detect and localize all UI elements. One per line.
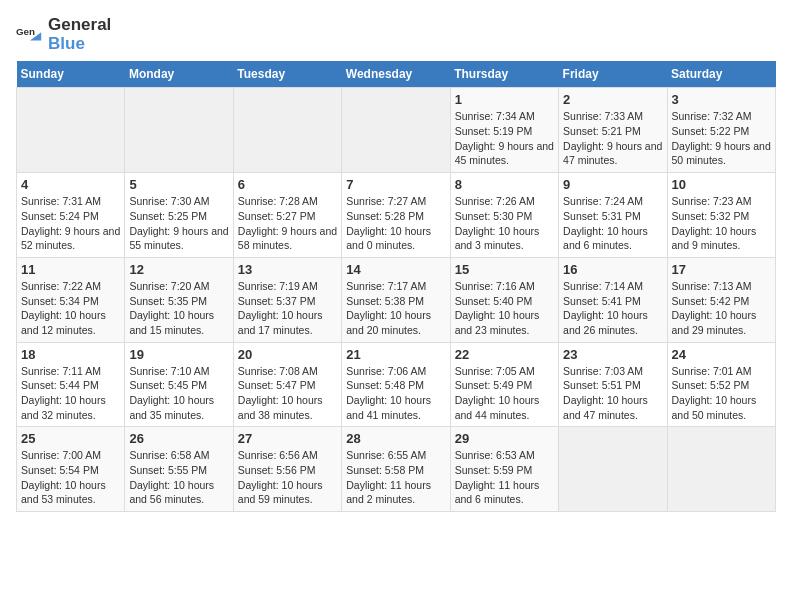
day-cell: 26Sunrise: 6:58 AMSunset: 5:55 PMDayligh… <box>125 427 233 512</box>
header-cell-thursday: Thursday <box>450 61 558 88</box>
day-number: 2 <box>563 92 662 107</box>
day-number: 12 <box>129 262 228 277</box>
svg-text:Gen: Gen <box>16 26 35 37</box>
day-content: Sunrise: 7:14 AMSunset: 5:41 PMDaylight:… <box>563 279 662 338</box>
day-cell: 1Sunrise: 7:34 AMSunset: 5:19 PMDaylight… <box>450 88 558 173</box>
day-number: 26 <box>129 431 228 446</box>
day-content: Sunrise: 7:13 AMSunset: 5:42 PMDaylight:… <box>672 279 771 338</box>
day-content: Sunrise: 7:23 AMSunset: 5:32 PMDaylight:… <box>672 194 771 253</box>
day-content: Sunrise: 7:19 AMSunset: 5:37 PMDaylight:… <box>238 279 337 338</box>
header-cell-tuesday: Tuesday <box>233 61 341 88</box>
day-cell: 8Sunrise: 7:26 AMSunset: 5:30 PMDaylight… <box>450 173 558 258</box>
day-content: Sunrise: 7:11 AMSunset: 5:44 PMDaylight:… <box>21 364 120 423</box>
day-content: Sunrise: 6:55 AMSunset: 5:58 PMDaylight:… <box>346 448 445 507</box>
header-cell-friday: Friday <box>559 61 667 88</box>
day-cell: 2Sunrise: 7:33 AMSunset: 5:21 PMDaylight… <box>559 88 667 173</box>
day-cell: 6Sunrise: 7:28 AMSunset: 5:27 PMDaylight… <box>233 173 341 258</box>
day-cell: 17Sunrise: 7:13 AMSunset: 5:42 PMDayligh… <box>667 257 775 342</box>
day-cell: 28Sunrise: 6:55 AMSunset: 5:58 PMDayligh… <box>342 427 450 512</box>
day-content: Sunrise: 7:10 AMSunset: 5:45 PMDaylight:… <box>129 364 228 423</box>
day-number: 6 <box>238 177 337 192</box>
day-number: 21 <box>346 347 445 362</box>
day-cell: 23Sunrise: 7:03 AMSunset: 5:51 PMDayligh… <box>559 342 667 427</box>
header-cell-saturday: Saturday <box>667 61 775 88</box>
day-content: Sunrise: 7:31 AMSunset: 5:24 PMDaylight:… <box>21 194 120 253</box>
day-content: Sunrise: 7:26 AMSunset: 5:30 PMDaylight:… <box>455 194 554 253</box>
day-cell: 25Sunrise: 7:00 AMSunset: 5:54 PMDayligh… <box>17 427 125 512</box>
day-number: 18 <box>21 347 120 362</box>
day-cell: 22Sunrise: 7:05 AMSunset: 5:49 PMDayligh… <box>450 342 558 427</box>
day-number: 4 <box>21 177 120 192</box>
day-number: 16 <box>563 262 662 277</box>
day-number: 27 <box>238 431 337 446</box>
day-content: Sunrise: 7:08 AMSunset: 5:47 PMDaylight:… <box>238 364 337 423</box>
day-content: Sunrise: 7:00 AMSunset: 5:54 PMDaylight:… <box>21 448 120 507</box>
day-content: Sunrise: 7:24 AMSunset: 5:31 PMDaylight:… <box>563 194 662 253</box>
calendar-table: SundayMondayTuesdayWednesdayThursdayFrid… <box>16 61 776 512</box>
day-number: 23 <box>563 347 662 362</box>
day-number: 1 <box>455 92 554 107</box>
day-cell: 4Sunrise: 7:31 AMSunset: 5:24 PMDaylight… <box>17 173 125 258</box>
day-content: Sunrise: 6:56 AMSunset: 5:56 PMDaylight:… <box>238 448 337 507</box>
day-cell <box>342 88 450 173</box>
logo-icon: Gen <box>16 21 44 49</box>
day-cell: 13Sunrise: 7:19 AMSunset: 5:37 PMDayligh… <box>233 257 341 342</box>
day-cell: 21Sunrise: 7:06 AMSunset: 5:48 PMDayligh… <box>342 342 450 427</box>
day-cell <box>233 88 341 173</box>
week-row-2: 4Sunrise: 7:31 AMSunset: 5:24 PMDaylight… <box>17 173 776 258</box>
calendar-body: 1Sunrise: 7:34 AMSunset: 5:19 PMDaylight… <box>17 88 776 512</box>
week-row-3: 11Sunrise: 7:22 AMSunset: 5:34 PMDayligh… <box>17 257 776 342</box>
day-content: Sunrise: 6:53 AMSunset: 5:59 PMDaylight:… <box>455 448 554 507</box>
day-content: Sunrise: 7:06 AMSunset: 5:48 PMDaylight:… <box>346 364 445 423</box>
day-content: Sunrise: 7:33 AMSunset: 5:21 PMDaylight:… <box>563 109 662 168</box>
day-cell: 20Sunrise: 7:08 AMSunset: 5:47 PMDayligh… <box>233 342 341 427</box>
day-cell: 16Sunrise: 7:14 AMSunset: 5:41 PMDayligh… <box>559 257 667 342</box>
day-number: 13 <box>238 262 337 277</box>
week-row-1: 1Sunrise: 7:34 AMSunset: 5:19 PMDaylight… <box>17 88 776 173</box>
header-row: SundayMondayTuesdayWednesdayThursdayFrid… <box>17 61 776 88</box>
day-number: 3 <box>672 92 771 107</box>
day-cell: 14Sunrise: 7:17 AMSunset: 5:38 PMDayligh… <box>342 257 450 342</box>
day-number: 11 <box>21 262 120 277</box>
day-number: 5 <box>129 177 228 192</box>
day-number: 24 <box>672 347 771 362</box>
logo: Gen General Blue <box>16 16 111 53</box>
day-content: Sunrise: 7:20 AMSunset: 5:35 PMDaylight:… <box>129 279 228 338</box>
day-number: 14 <box>346 262 445 277</box>
day-cell: 12Sunrise: 7:20 AMSunset: 5:35 PMDayligh… <box>125 257 233 342</box>
day-cell: 10Sunrise: 7:23 AMSunset: 5:32 PMDayligh… <box>667 173 775 258</box>
day-number: 17 <box>672 262 771 277</box>
day-cell: 3Sunrise: 7:32 AMSunset: 5:22 PMDaylight… <box>667 88 775 173</box>
day-cell: 15Sunrise: 7:16 AMSunset: 5:40 PMDayligh… <box>450 257 558 342</box>
day-content: Sunrise: 7:03 AMSunset: 5:51 PMDaylight:… <box>563 364 662 423</box>
day-number: 15 <box>455 262 554 277</box>
day-number: 20 <box>238 347 337 362</box>
day-number: 19 <box>129 347 228 362</box>
day-content: Sunrise: 6:58 AMSunset: 5:55 PMDaylight:… <box>129 448 228 507</box>
week-row-4: 18Sunrise: 7:11 AMSunset: 5:44 PMDayligh… <box>17 342 776 427</box>
header-cell-wednesday: Wednesday <box>342 61 450 88</box>
day-cell <box>17 88 125 173</box>
day-cell: 9Sunrise: 7:24 AMSunset: 5:31 PMDaylight… <box>559 173 667 258</box>
day-content: Sunrise: 7:16 AMSunset: 5:40 PMDaylight:… <box>455 279 554 338</box>
day-content: Sunrise: 7:05 AMSunset: 5:49 PMDaylight:… <box>455 364 554 423</box>
day-content: Sunrise: 7:22 AMSunset: 5:34 PMDaylight:… <box>21 279 120 338</box>
day-cell: 24Sunrise: 7:01 AMSunset: 5:52 PMDayligh… <box>667 342 775 427</box>
day-number: 28 <box>346 431 445 446</box>
day-number: 9 <box>563 177 662 192</box>
day-content: Sunrise: 7:28 AMSunset: 5:27 PMDaylight:… <box>238 194 337 253</box>
week-row-5: 25Sunrise: 7:00 AMSunset: 5:54 PMDayligh… <box>17 427 776 512</box>
day-cell: 5Sunrise: 7:30 AMSunset: 5:25 PMDaylight… <box>125 173 233 258</box>
day-cell: 18Sunrise: 7:11 AMSunset: 5:44 PMDayligh… <box>17 342 125 427</box>
header-cell-sunday: Sunday <box>17 61 125 88</box>
day-cell <box>125 88 233 173</box>
logo-line1: General <box>48 16 111 35</box>
header-cell-monday: Monday <box>125 61 233 88</box>
day-cell: 11Sunrise: 7:22 AMSunset: 5:34 PMDayligh… <box>17 257 125 342</box>
day-content: Sunrise: 7:34 AMSunset: 5:19 PMDaylight:… <box>455 109 554 168</box>
day-cell: 7Sunrise: 7:27 AMSunset: 5:28 PMDaylight… <box>342 173 450 258</box>
day-number: 25 <box>21 431 120 446</box>
day-number: 22 <box>455 347 554 362</box>
day-cell <box>667 427 775 512</box>
day-number: 8 <box>455 177 554 192</box>
